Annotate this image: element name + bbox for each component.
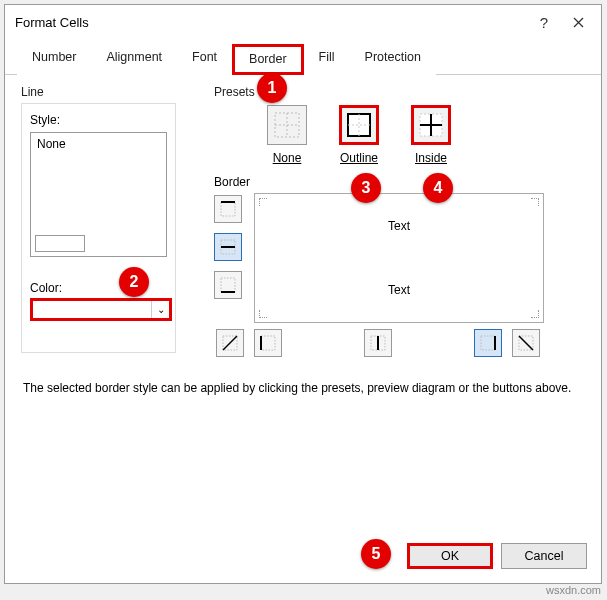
border-inner-v-button[interactable] [364,329,392,357]
close-button[interactable] [561,8,595,36]
style-list[interactable]: None [30,132,167,257]
callout-4: 4 [423,173,453,203]
chevron-down-icon: ⌄ [151,301,169,318]
border-preview[interactable]: Text Text [254,193,544,323]
border-diag-up-button[interactable] [216,329,244,357]
svg-rect-9 [221,202,235,216]
border-group-label: Border [214,175,585,189]
tab-border[interactable]: Border [232,44,304,75]
callout-1: 1 [257,73,287,103]
tab-alignment[interactable]: Alignment [91,44,177,75]
tab-number[interactable]: Number [17,44,91,75]
border-right-button[interactable] [474,329,502,357]
tab-fill[interactable]: Fill [304,44,350,75]
border-bottom-button[interactable] [214,271,242,299]
style-swatch [35,235,85,252]
tab-font[interactable]: Font [177,44,232,75]
callout-5: 5 [361,539,391,569]
preset-inside-label: Inside [402,151,460,165]
line-group-label: Line [21,85,176,99]
svg-rect-21 [481,336,495,350]
format-cells-dialog: Format Cells ? Number Alignment Font Bor… [4,4,602,584]
preset-outline[interactable]: Outline [330,105,388,165]
svg-rect-17 [261,336,275,350]
svg-line-16 [223,336,237,350]
preset-outline-label: Outline [330,151,388,165]
close-icon [573,17,584,28]
ok-button[interactable]: OK [407,543,493,569]
border-top-button[interactable] [214,195,242,223]
cancel-button[interactable]: Cancel [501,543,587,569]
watermark: wsxdn.com [546,584,601,596]
preview-text-1: Text [388,219,410,233]
preset-none-label: None [258,151,316,165]
preset-inside-icon [411,105,451,145]
style-label: Style: [30,113,60,127]
svg-rect-3 [348,114,370,136]
hint-text: The selected border style can be applied… [21,381,585,395]
border-diag-down-button[interactable] [512,329,540,357]
border-inner-h-button[interactable] [214,233,242,261]
preset-none-icon [267,105,307,145]
preview-text-2: Text [388,283,410,297]
preset-outline-icon [339,105,379,145]
callout-2: 2 [119,267,149,297]
color-dropdown[interactable]: ⌄ [30,298,172,321]
dialog-title: Format Cells [15,15,527,30]
border-left-button[interactable] [254,329,282,357]
preset-none[interactable]: None [258,105,316,165]
callout-3: 3 [351,173,381,203]
tab-protection[interactable]: Protection [350,44,436,75]
preset-inside[interactable]: Inside [402,105,460,165]
help-button[interactable]: ? [527,8,561,36]
svg-rect-13 [221,278,235,292]
svg-line-24 [519,336,533,350]
style-value: None [37,137,66,151]
titlebar: Format Cells ? [5,5,601,39]
tab-bar: Number Alignment Font Border Fill Protec… [5,43,601,75]
